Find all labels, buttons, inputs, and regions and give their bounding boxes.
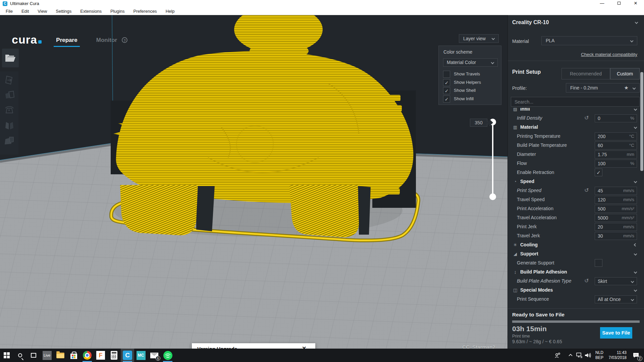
- menu-item-plugins[interactable]: Plugins: [106, 7, 129, 15]
- move-tool-icon[interactable]: [3, 74, 15, 86]
- star-icon: ★: [624, 83, 629, 92]
- scrollbar-thumb[interactable]: [640, 72, 643, 171]
- profile-dropdown[interactable]: Fine - 0.2mm ★: [566, 83, 640, 93]
- setting-value-field[interactable]: 60°C: [595, 141, 637, 149]
- settings-section-material[interactable]: ▥Material: [508, 123, 642, 132]
- settings-section-cooling[interactable]: ✳Cooling: [508, 240, 642, 249]
- material-compatibility-link[interactable]: Check material compatibility: [508, 52, 637, 57]
- taskbar-spotify-icon[interactable]: [161, 349, 174, 362]
- menu-item-preferences[interactable]: Preferences: [129, 7, 161, 15]
- checkbox-checked[interactable]: ✓: [443, 96, 450, 103]
- setting-label: Infill Density: [517, 114, 542, 123]
- machine-selector[interactable]: Creality CR-10: [512, 19, 549, 25]
- taskbar-store-icon[interactable]: [67, 349, 80, 362]
- checkbox-checked[interactable]: ✓: [443, 87, 450, 94]
- close-icon[interactable]: ✕: [302, 345, 306, 349]
- chevron-down-icon: [631, 280, 634, 283]
- setting-value-field[interactable]: 500mm/s²: [595, 205, 637, 213]
- tray-people-icon[interactable]: [553, 349, 562, 362]
- save-to-file-button[interactable]: Save to File: [600, 327, 632, 339]
- taskbar-file-explorer-icon[interactable]: [54, 349, 67, 362]
- setting-value-field[interactable]: 20mm/s: [595, 223, 637, 231]
- checkbox-label: Show Shell: [454, 88, 476, 93]
- setting-value-field[interactable]: 120mm/s: [595, 196, 637, 204]
- taskbar-task-view-icon[interactable]: [27, 349, 40, 362]
- material-estimate: 9.63m / ~ 28g / ~ € 0.65: [512, 339, 562, 344]
- tray-language-indicator[interactable]: NLDBEP: [592, 350, 606, 360]
- adhesion-icon: ↨: [512, 267, 519, 277]
- setting-value-field[interactable]: 200°C: [595, 132, 637, 140]
- taskbar-live-tile-icon[interactable]: Live: [40, 349, 54, 362]
- view-mode-dropdown[interactable]: Layer view: [459, 34, 499, 43]
- setting-row-print-speed: Print Speed↺45mm/s: [508, 186, 642, 195]
- menu-item-help[interactable]: Help: [161, 7, 179, 15]
- taskbar-cura-icon[interactable]: C: [121, 349, 134, 362]
- print-time-label: Print time: [512, 334, 530, 339]
- taskbar-mail-icon[interactable]: 6: [148, 349, 161, 362]
- taskbar-start-icon[interactable]: [0, 349, 13, 362]
- menu-item-file[interactable]: File: [1, 7, 17, 15]
- tray-action-center-icon[interactable]: 2: [629, 349, 643, 362]
- rotate-tool-icon[interactable]: [3, 104, 15, 116]
- per-model-settings-icon[interactable]: [3, 134, 15, 146]
- setting-checkbox-unchecked[interactable]: [595, 259, 602, 267]
- settings-section-infill[interactable]: ▨Infill: [508, 108, 642, 114]
- tray-chevron-up-icon[interactable]: [566, 349, 575, 362]
- tray-clock[interactable]: 11:437/03/2018: [606, 350, 627, 360]
- material-dropdown[interactable]: PLA: [541, 36, 637, 45]
- setting-unit: mm/s: [623, 187, 634, 194]
- taskbar-search-icon[interactable]: [13, 349, 27, 362]
- layer-slider-bottom-handle[interactable]: [489, 193, 496, 200]
- tray-volume-icon[interactable]: [584, 349, 592, 362]
- menu-item-extensions[interactable]: Extensions: [76, 7, 106, 15]
- chevron-down-icon: [633, 86, 636, 90]
- setting-value-field[interactable]: 1.75mm: [595, 150, 637, 159]
- settings-search-input[interactable]: [511, 97, 640, 107]
- setting-checkbox-checked[interactable]: ✓: [595, 169, 602, 176]
- close-button[interactable]: ✕: [628, 0, 643, 7]
- settings-section-special-modes[interactable]: ◫Special Modes: [508, 286, 642, 295]
- chevron-down-icon: [634, 126, 637, 129]
- mirror-tool-icon[interactable]: [3, 119, 15, 131]
- setting-value: All at Once: [598, 296, 621, 303]
- build-plate-and-model[interactable]: [0, 15, 507, 349]
- taskbar-calculator-icon[interactable]: [107, 349, 121, 362]
- open-file-button[interactable]: [2, 49, 19, 67]
- taskbar-chrome-icon[interactable]: [80, 349, 94, 362]
- setting-value-field[interactable]: 100%: [595, 160, 637, 168]
- revert-icon[interactable]: ↺: [584, 114, 589, 123]
- menu-item-edit[interactable]: Edit: [17, 7, 33, 15]
- taskbar-mc-icon[interactable]: MC: [134, 349, 148, 362]
- viewport-3d[interactable]: cura Prepare Monitor ?: [0, 15, 507, 349]
- recommended-mode-button[interactable]: Recommended: [561, 68, 610, 79]
- custom-mode-button[interactable]: Custom: [610, 68, 640, 79]
- checkbox-unchecked[interactable]: [443, 71, 450, 78]
- settings-section-support[interactable]: ◢Support: [508, 249, 642, 258]
- color-scheme-dropdown[interactable]: Material Color: [443, 58, 498, 67]
- layer-slider-track[interactable]: [492, 122, 493, 197]
- setting-dropdown[interactable]: All at Once: [595, 295, 637, 303]
- setting-value-field[interactable]: 5000mm/s²: [595, 214, 637, 222]
- menu-item-settings[interactable]: Settings: [51, 7, 76, 15]
- taskbar-fusion-icon[interactable]: F: [94, 349, 107, 362]
- menu-item-view[interactable]: View: [33, 7, 51, 15]
- checkbox-checked[interactable]: ✓: [443, 79, 450, 86]
- setting-value-field[interactable]: 30mm/s: [595, 232, 637, 240]
- setting-unit: mm/s²: [622, 205, 635, 213]
- setting-dropdown[interactable]: Skirt: [595, 277, 637, 285]
- restore-button[interactable]: [611, 0, 627, 7]
- tray-network-icon[interactable]: [575, 349, 584, 362]
- chevron-down-icon: [634, 252, 637, 256]
- setting-label: Build Plate Adhesion Type: [517, 277, 572, 286]
- setting-value-field[interactable]: 0%: [595, 114, 637, 122]
- scale-tool-icon[interactable]: [3, 89, 15, 101]
- revert-icon[interactable]: ↺: [584, 277, 589, 286]
- title-bar[interactable]: C Ultimaker Cura — ✕: [0, 0, 644, 7]
- settings-section-speed[interactable]: ◔Speed: [508, 177, 642, 186]
- setting-value-field[interactable]: 45mm/s: [595, 187, 637, 195]
- settings-section-build-plate-adhesion[interactable]: ↨Build Plate Adhesion: [508, 267, 642, 277]
- setting-row-print-sequence: Print SequenceAll at Once: [508, 295, 642, 304]
- setting-row-generate-support: Generate Support: [508, 258, 642, 267]
- revert-icon[interactable]: ↺: [584, 186, 589, 195]
- minimize-button[interactable]: —: [594, 0, 610, 7]
